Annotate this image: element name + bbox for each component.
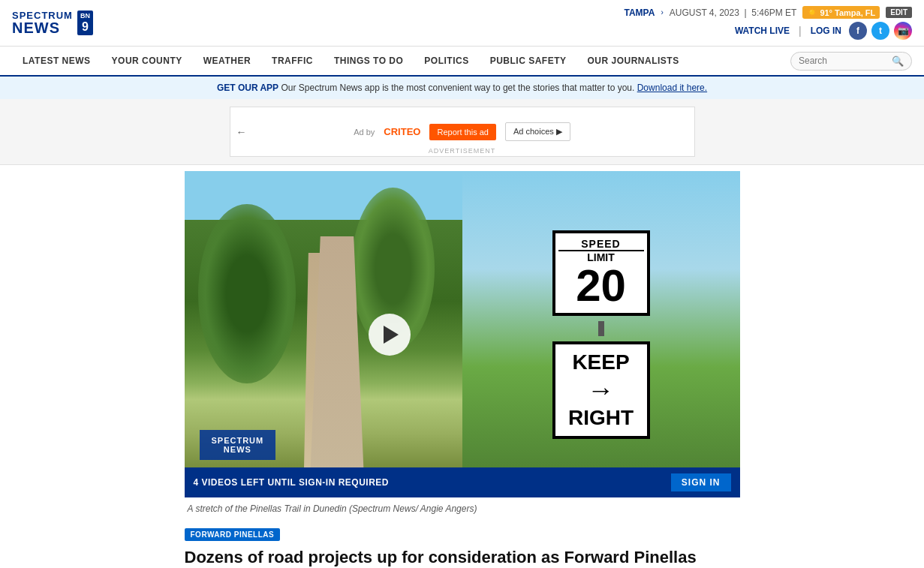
logo-badge: BN 9: [77, 11, 93, 36]
video-caption: A stretch of the Pinellas Trail in Duned…: [185, 497, 740, 520]
twitter-icon[interactable]: t: [871, 22, 889, 40]
social-icons: f t 📷: [849, 22, 912, 40]
search-input[interactable]: [799, 56, 889, 66]
ad-container: ← Ad by CRITEO Report this ad Ad choices…: [230, 107, 695, 157]
nav-weather[interactable]: WEATHER: [193, 47, 261, 75]
video-right-panel: SPEED LIMIT 20 KEEP → RIGHT: [462, 171, 740, 497]
search-button[interactable]: 🔍: [892, 56, 904, 67]
date-display: AUGUST 4, 2023 | 5:46PM ET: [670, 8, 797, 18]
video-player: SPEED LIMIT 20 KEEP → RIGHT: [185, 171, 740, 497]
location-chevron-icon: ›: [661, 8, 663, 17]
app-banner-message: Our Spectrum News app is the most conven…: [281, 83, 637, 93]
logo-9: 9: [82, 20, 89, 34]
location-label[interactable]: TAMPA: [624, 8, 655, 18]
arrow-right-icon: →: [558, 374, 644, 406]
nav-things-to-do[interactable]: THINGS TO DO: [324, 47, 414, 75]
search-box[interactable]: 🔍: [790, 52, 912, 71]
main-nav: LATEST NEWS YOUR COUNTY WEATHER TRAFFIC …: [0, 47, 924, 77]
nav-politics[interactable]: POLITICS: [414, 47, 479, 75]
header-bottom-right: WATCH LIVE | LOG IN f t 📷: [735, 22, 912, 40]
header-right: TAMPA › AUGUST 4, 2023 | 5:46PM ET ☀️ 91…: [624, 6, 912, 40]
watermark-line2: NEWS: [212, 445, 264, 454]
nav-our-journalists[interactable]: OUR JOURNALISTS: [577, 47, 690, 75]
speed-limit-sign: SPEED LIMIT 20: [552, 230, 650, 316]
nav-latest-news[interactable]: LATEST NEWS: [12, 47, 101, 75]
logo-text: SPECTRUM NEWS: [12, 11, 73, 35]
article-tag[interactable]: FORWARD PINELLAS: [185, 528, 281, 541]
spectrum-watermark: SPECTRUM NEWS: [200, 430, 276, 460]
logo-news: NEWS: [12, 20, 73, 35]
divider: |: [799, 25, 802, 37]
speed-text: SPEED: [558, 238, 644, 251]
watermark-line1: SPECTRUM: [212, 436, 264, 445]
watch-live-link[interactable]: WATCH LIVE: [735, 26, 790, 36]
nav-traffic[interactable]: TRAFFIC: [261, 47, 324, 75]
facebook-icon[interactable]: f: [849, 22, 867, 40]
weather-city: Tampa, FL: [835, 8, 875, 17]
instagram-icon[interactable]: 📷: [894, 22, 912, 40]
sign-in-button[interactable]: SIGN IN: [671, 473, 731, 491]
app-banner-link[interactable]: Download it here.: [637, 83, 707, 93]
play-button[interactable]: [369, 314, 411, 356]
header-top-right: TAMPA › AUGUST 4, 2023 | 5:46PM ET ☀️ 91…: [624, 6, 912, 19]
weather-badge[interactable]: ☀️ 91° Tampa, FL: [802, 6, 880, 19]
videos-left-text: 4 VIDEOS LEFT UNTIL SIGN-IN REQUIRED: [194, 477, 389, 488]
logo-bn: BN: [80, 12, 90, 20]
speed-number: 20: [558, 263, 644, 308]
log-in-link[interactable]: LOG IN: [811, 26, 841, 36]
app-banner: GET OUR APP Our Spectrum News app is the…: [0, 77, 924, 99]
weather-icon: ☀️: [807, 8, 817, 17]
weather-temp: 91°: [820, 8, 832, 17]
video-bottom-bar: 4 VIDEOS LEFT UNTIL SIGN-IN REQUIRED SIG…: [185, 467, 740, 497]
article-section: FORWARD PINELLAS Dozens of road projects…: [185, 520, 740, 568]
ad-back-button[interactable]: ←: [236, 126, 247, 138]
nav-your-county[interactable]: YOUR COUNTY: [101, 47, 193, 75]
app-banner-title: GET OUR APP: [217, 83, 278, 93]
criteo-logo: CRITEO: [384, 126, 420, 137]
advertisement-label: ADVERTISEMENT: [429, 147, 495, 155]
article-title: Dozens of road projects up for considera…: [185, 547, 740, 568]
ad-by-label: Ad by: [354, 128, 375, 137]
play-triangle-icon: [384, 326, 399, 344]
date: AUGUST 4, 2023: [670, 8, 739, 18]
ad-section: ← Ad by CRITEO Report this ad Ad choices…: [0, 99, 924, 165]
main-content: SPEED LIMIT 20 KEEP → RIGHT: [95, 171, 830, 568]
logo-area: SPECTRUM NEWS BN 9: [12, 11, 93, 36]
keep-text: KEEP: [558, 350, 644, 374]
time: 5:46PM ET: [751, 8, 796, 18]
site-header: SPECTRUM NEWS BN 9 TAMPA › AUGUST 4, 202…: [0, 0, 924, 47]
ad-choices-button[interactable]: Ad choices ▶: [505, 122, 570, 141]
edit-button[interactable]: EDIT: [886, 7, 912, 18]
keep-right-sign: KEEP → RIGHT: [552, 341, 650, 439]
right-text: RIGHT: [558, 406, 644, 430]
report-ad-button[interactable]: Report this ad: [429, 124, 495, 140]
nav-public-safety[interactable]: PUBLIC SAFETY: [480, 47, 577, 75]
